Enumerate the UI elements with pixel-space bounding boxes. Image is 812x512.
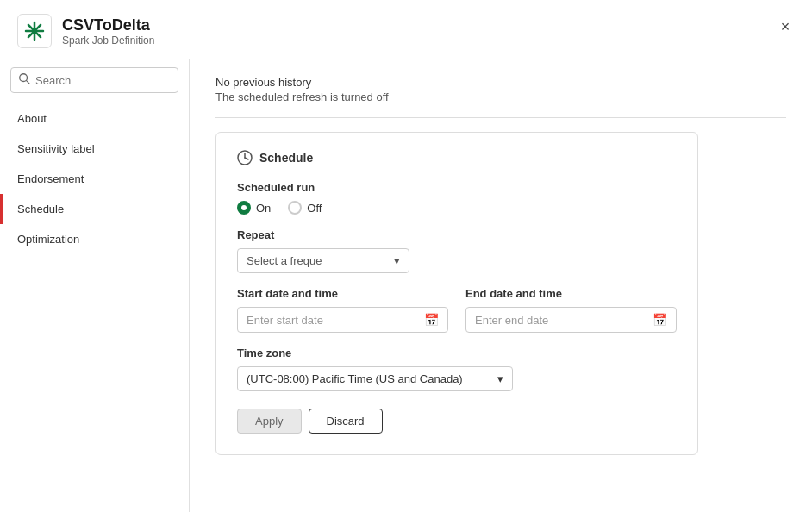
dialog-title: CSVToDelta — [62, 16, 154, 34]
sidebar-item-schedule-label: Schedule — [17, 203, 64, 215]
title-block: CSVToDelta Spark Job Definition — [62, 16, 154, 47]
status-subtext: The scheduled refresh is turned off — [215, 91, 786, 103]
repeat-label: Repeat — [237, 228, 677, 241]
main-content: No previous history The scheduled refres… — [190, 59, 812, 512]
dialog-subtitle: Spark Job Definition — [62, 34, 154, 47]
end-date-placeholder: Enter end date — [475, 314, 548, 327]
date-row: Start date and time Enter start date 📅 E… — [237, 287, 677, 333]
svg-line-5 — [27, 81, 30, 84]
sidebar-item-endorsement-label: Endorsement — [17, 172, 84, 185]
close-button[interactable]: × — [772, 14, 798, 40]
scheduled-run-label: Scheduled run — [237, 181, 677, 194]
radio-on-circle — [237, 201, 251, 215]
start-date-field: Start date and time Enter start date 📅 — [237, 287, 448, 333]
button-row: Apply Discard — [237, 409, 677, 434]
schedule-panel: Schedule Scheduled run On Off Repeat — [215, 132, 698, 455]
sidebar-item-sensitivity-label-text: Sensitivity label — [17, 142, 95, 155]
radio-off-circle — [288, 201, 302, 215]
sidebar-item-endorsement[interactable]: Endorsement — [0, 164, 189, 194]
dialog: CSVToDelta Spark Job Definition × About — [0, 0, 812, 512]
svg-line-8 — [245, 158, 248, 159]
apply-button[interactable]: Apply — [237, 409, 302, 434]
radio-on[interactable]: On — [237, 201, 271, 215]
divider — [215, 117, 786, 118]
sidebar-item-about-label: About — [17, 112, 47, 125]
search-icon — [18, 72, 30, 88]
dialog-header: CSVToDelta Spark Job Definition × — [0, 0, 812, 59]
sidebar-item-optimization[interactable]: Optimization — [0, 224, 189, 254]
panel-title-text: Schedule — [259, 151, 313, 165]
status-text: No previous history — [215, 76, 786, 89]
repeat-select-value: Select a freque — [247, 254, 322, 267]
sidebar-item-optimization-label: Optimization — [17, 233, 79, 246]
start-date-label: Start date and time — [237, 287, 448, 300]
search-box[interactable] — [10, 67, 178, 93]
timezone-select[interactable]: (UTC-08:00) Pacific Time (US and Canada)… — [237, 366, 513, 391]
repeat-select[interactable]: Select a freque ▾ — [237, 248, 409, 273]
sidebar-item-sensitivity-label[interactable]: Sensitivity label — [0, 134, 189, 164]
chevron-down-icon: ▾ — [394, 254, 400, 267]
radio-off[interactable]: Off — [288, 201, 322, 215]
panel-title: Schedule — [237, 150, 677, 165]
start-date-input[interactable]: Enter start date 📅 — [237, 307, 448, 333]
discard-button[interactable]: Discard — [309, 409, 383, 434]
end-date-label: End date and time — [465, 287, 677, 300]
sidebar-item-about[interactable]: About — [0, 103, 189, 134]
sidebar-item-schedule[interactable]: Schedule — [0, 194, 189, 224]
radio-on-label: On — [256, 202, 271, 215]
timezone-value: (UTC-08:00) Pacific Time (US and Canada) — [247, 372, 463, 385]
timezone-label: Time zone — [237, 347, 677, 359]
start-date-placeholder: Enter start date — [247, 314, 323, 327]
app-icon — [17, 14, 52, 48]
search-input[interactable] — [35, 74, 171, 87]
clock-icon — [237, 150, 253, 165]
sidebar: About Sensitivity label Endorsement Sche… — [0, 59, 190, 512]
radio-group: On Off — [237, 201, 677, 215]
end-date-input[interactable]: Enter end date 📅 — [465, 307, 677, 333]
chevron-down-icon-tz: ▾ — [497, 372, 503, 385]
calendar-icon-start: 📅 — [424, 313, 439, 327]
dialog-body: About Sensitivity label Endorsement Sche… — [0, 59, 812, 512]
radio-off-label: Off — [307, 202, 322, 215]
calendar-icon-end: 📅 — [653, 313, 667, 327]
end-date-field: End date and time Enter end date 📅 — [465, 287, 677, 333]
